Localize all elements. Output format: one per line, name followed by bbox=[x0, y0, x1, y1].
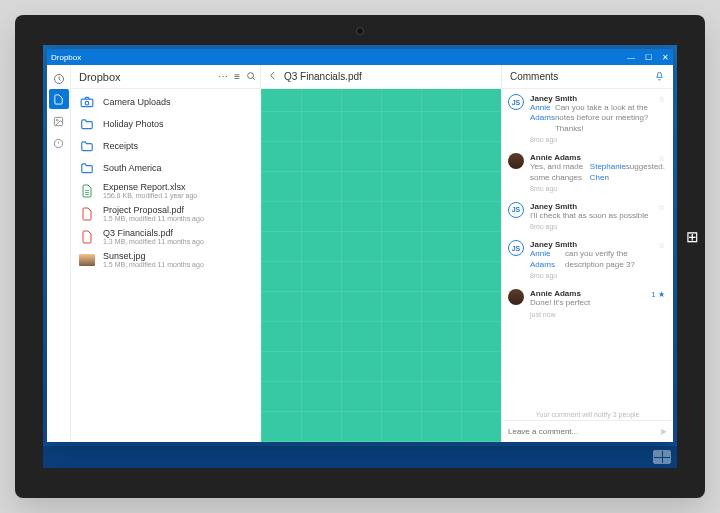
file-name: Expense Report.xlsx bbox=[103, 182, 252, 192]
file-list-pane: Dropbox ⋯ ≡ Camera Uploads bbox=[71, 65, 261, 442]
comment-body: Yes, and made some changes Stephanie Che… bbox=[530, 162, 665, 183]
preview-pane: Q3 Financials.pdf ⋯ ✕ QuaTeam bbox=[261, 65, 673, 442]
folder-icon bbox=[79, 160, 95, 176]
windows-logo-icon: ⊞ bbox=[686, 228, 699, 246]
comment-author: Janey Smith bbox=[530, 202, 665, 211]
send-icon[interactable]: ➤ bbox=[659, 426, 667, 437]
svg-rect-5 bbox=[81, 99, 93, 107]
comment-time: 8mo ago bbox=[530, 272, 665, 279]
comment-item[interactable]: ☆JSJaney SmithAnnie Adams can you verify… bbox=[502, 235, 673, 284]
svg-point-2 bbox=[56, 119, 58, 121]
avatar: JS bbox=[508, 240, 524, 256]
comment-author: Janey Smith bbox=[530, 94, 665, 103]
comment-time: 8mo ago bbox=[530, 223, 665, 230]
comment-item[interactable]: 1 ★Annie AdamsDone! It's perfectjust now bbox=[502, 284, 673, 322]
app-window: Dropbox — ☐ ✕ bbox=[47, 49, 673, 442]
folder-name: Camera Uploads bbox=[103, 97, 252, 107]
window-controls: — ☐ ✕ bbox=[627, 53, 669, 62]
star-icon[interactable]: ☆ bbox=[658, 203, 665, 212]
window-title: Dropbox bbox=[51, 53, 627, 62]
file-row[interactable]: Expense Report.xlsx156.8 KB, modified 1 … bbox=[71, 179, 260, 202]
svg-point-4 bbox=[248, 72, 254, 78]
task-view-button[interactable] bbox=[653, 450, 671, 464]
file-name: Q3 Financials.pdf bbox=[103, 228, 252, 238]
mention[interactable]: Annie Adams bbox=[530, 249, 565, 270]
file-row[interactable]: Project Proposal.pdf1.5 MB, modified 11 … bbox=[71, 202, 260, 225]
comment-item[interactable]: ☆JSJaney SmithI'll check that as soon as… bbox=[502, 197, 673, 235]
file-pane-title: Dropbox bbox=[79, 71, 218, 83]
comment-author: Annie Adams bbox=[530, 153, 665, 162]
minimize-button[interactable]: — bbox=[627, 53, 635, 62]
file-name: Sunset.jpg bbox=[103, 251, 252, 261]
comments-title: Comments bbox=[510, 71, 654, 82]
folder-name: South America bbox=[103, 163, 252, 173]
camera-folder-icon bbox=[79, 94, 95, 110]
avatar bbox=[508, 153, 524, 169]
svg-point-6 bbox=[85, 101, 89, 105]
recent-icon[interactable] bbox=[47, 69, 70, 89]
comment-body: Done! It's perfect bbox=[530, 298, 665, 308]
file-meta: 1.3 MB, modified 11 months ago bbox=[103, 238, 252, 245]
folder-icon bbox=[79, 116, 95, 132]
titlebar: Dropbox — ☐ ✕ bbox=[47, 49, 673, 65]
comment-input-row: ➤ bbox=[502, 420, 673, 442]
folder-icon bbox=[79, 138, 95, 154]
search-icon[interactable] bbox=[246, 71, 256, 83]
avatar bbox=[508, 289, 524, 305]
more-icon[interactable]: ⋯ bbox=[218, 71, 228, 82]
comment-author: Annie Adams bbox=[530, 289, 665, 298]
file-list: Camera Uploads Holiday Photos Receipts bbox=[71, 89, 260, 442]
comments-list[interactable]: ☆JSJaney SmithAnnie Adams Can you take a… bbox=[502, 89, 673, 409]
file-pane-header: Dropbox ⋯ ≡ bbox=[71, 65, 260, 89]
image-thumbnail bbox=[79, 252, 95, 268]
back-button[interactable] bbox=[267, 70, 278, 83]
comment-time: 8mo ago bbox=[530, 185, 665, 192]
screen: Dropbox — ☐ ✕ bbox=[43, 45, 677, 468]
folder-name: Receipts bbox=[103, 141, 252, 151]
comments-header: Comments bbox=[502, 65, 673, 89]
file-meta: 1.5 MB, modified 11 months ago bbox=[103, 261, 252, 268]
offline-tab[interactable] bbox=[49, 133, 69, 153]
pdf-icon bbox=[79, 229, 95, 245]
file-meta: 156.8 KB, modified 1 year ago bbox=[103, 192, 252, 199]
notify-hint: Your comment will notify 3 people bbox=[502, 409, 673, 420]
comment-time: just now bbox=[530, 311, 665, 318]
comment-input[interactable] bbox=[508, 427, 659, 436]
maximize-button[interactable]: ☐ bbox=[645, 53, 652, 62]
folder-row[interactable]: Receipts bbox=[71, 135, 260, 157]
bell-icon[interactable] bbox=[654, 70, 665, 83]
comment-item[interactable]: ☆Annie AdamsYes, and made some changes S… bbox=[502, 148, 673, 197]
folder-row[interactable]: Camera Uploads bbox=[71, 91, 260, 113]
taskbar bbox=[43, 446, 677, 468]
star-icon[interactable]: ☆ bbox=[658, 241, 665, 250]
folder-row[interactable]: South America bbox=[71, 157, 260, 179]
star-icon[interactable]: ☆ bbox=[658, 95, 665, 104]
mention[interactable]: Stephanie Chen bbox=[590, 162, 626, 183]
xlsx-icon bbox=[79, 183, 95, 199]
avatar: JS bbox=[508, 202, 524, 218]
file-name: Project Proposal.pdf bbox=[103, 205, 252, 215]
tablet-frame: ⊞ Dropbox — ☐ ✕ bbox=[15, 15, 705, 498]
mention[interactable]: Annie Adams bbox=[530, 103, 555, 134]
left-rail bbox=[47, 65, 71, 442]
file-row[interactable]: Q3 Financials.pdf1.3 MB, modified 11 mon… bbox=[71, 225, 260, 248]
photos-tab[interactable] bbox=[49, 111, 69, 131]
comment-item[interactable]: ☆JSJaney SmithAnnie Adams Can you take a… bbox=[502, 89, 673, 148]
camera-icon bbox=[356, 27, 364, 35]
close-window-button[interactable]: ✕ bbox=[662, 53, 669, 62]
pdf-icon bbox=[79, 206, 95, 222]
star-icon[interactable]: 1 ★ bbox=[651, 290, 665, 299]
file-meta: 1.5 MB, modified 11 months ago bbox=[103, 215, 252, 222]
folder-name: Holiday Photos bbox=[103, 119, 252, 129]
comments-panel: Comments ☆JSJaney SmithAnnie Adams Can y… bbox=[501, 65, 673, 442]
file-row[interactable]: Sunset.jpg1.5 MB, modified 11 months ago bbox=[71, 248, 260, 271]
comment-body: Annie Adams Can you take a look at the n… bbox=[530, 103, 665, 134]
sort-icon[interactable]: ≡ bbox=[234, 71, 240, 82]
comment-body: I'll check that as soon as possible bbox=[530, 211, 665, 221]
files-tab[interactable] bbox=[49, 89, 69, 109]
comment-author: Janey Smith bbox=[530, 240, 665, 249]
star-icon[interactable]: ☆ bbox=[658, 154, 665, 163]
folder-row[interactable]: Holiday Photos bbox=[71, 113, 260, 135]
avatar: JS bbox=[508, 94, 524, 110]
comment-time: 8mo ago bbox=[530, 136, 665, 143]
